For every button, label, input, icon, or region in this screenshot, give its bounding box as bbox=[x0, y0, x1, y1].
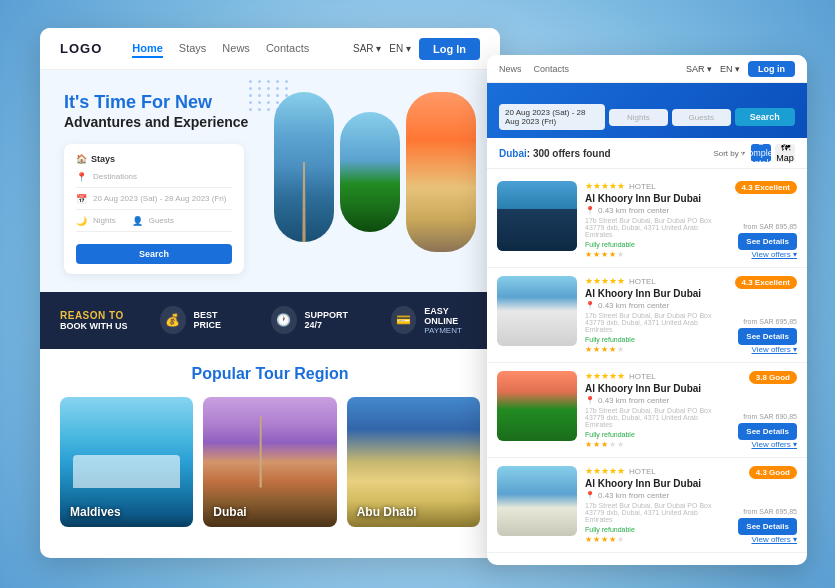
search-button[interactable]: Search bbox=[76, 244, 232, 264]
reason-items: 💰 BEST PRICE 🕐 SUPPORT 24/7 💳 EASY ONLIN… bbox=[160, 306, 480, 335]
login-button[interactable]: Log In bbox=[419, 38, 480, 60]
city-highlight: Dubai bbox=[499, 148, 527, 159]
hotel-card-3[interactable]: ★★★★★ HOTEL Al Khoory Inn Bur Dubai 📍 0.… bbox=[487, 363, 807, 458]
hotel-card-2[interactable]: ★★★★★ HOTEL Al Khoory Inn Bur Dubai 📍 0.… bbox=[487, 268, 807, 363]
complete-hotels-view-btn[interactable]: ≡ Complete hotels bbox=[751, 144, 771, 162]
guests-placeholder: Guests bbox=[149, 216, 174, 225]
hotel-img-bg-3 bbox=[497, 371, 577, 441]
nav-item-news[interactable]: News bbox=[222, 40, 250, 58]
see-details-btn-1[interactable]: See Details bbox=[738, 233, 797, 250]
hotel-refund-4: Fully refundable bbox=[585, 526, 714, 533]
hotel-card-4[interactable]: ★★★★★ HOTEL Al Khoory Inn Bur Dubai 📍 0.… bbox=[487, 458, 807, 553]
view-offers-link-4[interactable]: View offers ▾ bbox=[738, 535, 797, 544]
results-count-bar: Dubai: 300 offers found Sort by ▾ ≡ Comp… bbox=[487, 138, 807, 169]
results-search-button[interactable]: Search bbox=[735, 108, 795, 126]
price-icon: 💰 bbox=[160, 306, 186, 334]
hotel-rating-stars-1: ★★★★★ bbox=[585, 250, 714, 259]
popular-suffix: Tour Region bbox=[251, 365, 348, 382]
view-offers-link-1[interactable]: View offers ▾ bbox=[738, 250, 797, 259]
hotel-image-3 bbox=[497, 371, 577, 441]
hotel-price-info-2: from SAR 695,85 See Details View offers … bbox=[738, 318, 797, 354]
hotel-distance-3: 📍 0.43 km from center bbox=[585, 396, 714, 405]
hotel-card-1[interactable]: ★★★★★ HOTEL Al Khoory Inn Bur Dubai 📍 0.… bbox=[487, 173, 807, 268]
hotel-image-4 bbox=[497, 466, 577, 536]
top-nav-right: SAR ▾ EN ▾ Log in bbox=[686, 61, 795, 77]
hotel-name-2: Al Khoory Inn Bur Dubai bbox=[585, 288, 714, 299]
tour-card-maldives[interactable]: Maldives bbox=[60, 397, 193, 527]
nav-item-stays[interactable]: Stays bbox=[179, 40, 207, 58]
tour-card-dubai[interactable]: Dubai bbox=[203, 397, 336, 527]
hotel-rating-stars-2: ★★★★★ bbox=[585, 345, 714, 354]
results-nav-contacts[interactable]: Contacts bbox=[534, 64, 570, 74]
hotel-image-1 bbox=[497, 181, 577, 251]
results-date-input[interactable]: 20 Aug 2023 (Sat) - 28 Aug 2023 (Fri) bbox=[499, 104, 605, 130]
reason-price-text: BEST PRICE bbox=[194, 310, 243, 330]
hotel-stars-3: ★★★★★ bbox=[585, 371, 625, 381]
results-search-header: 20 Aug 2023 (Sat) - 28 Aug 2023 (Fri) Ni… bbox=[487, 83, 807, 138]
currency-selector[interactable]: SAR ▾ bbox=[353, 43, 381, 54]
results-count: Dubai: 300 offers found bbox=[499, 148, 611, 159]
hotel-address-3: 17b Street Bur Dubai, Bur Dubai PO Box 4… bbox=[585, 407, 714, 428]
search-box: 🏠 Stays 📍 Destinations 📅 20 Aug 2023 (Sa… bbox=[64, 144, 244, 274]
hotel-rating-stars-3: ★★★★★ bbox=[585, 440, 714, 449]
reason-item-support: 🕐 SUPPORT 24/7 bbox=[271, 306, 363, 335]
hotel-address-2: 17b Street Bur Dubai, Bur Dubai PO Box 4… bbox=[585, 312, 714, 333]
search-box-title: 🏠 Stays bbox=[76, 154, 232, 164]
see-details-btn-2[interactable]: See Details bbox=[738, 328, 797, 345]
nav-item-contacts[interactable]: Contacts bbox=[266, 40, 309, 58]
hotel-distance-2: 📍 0.43 km from center bbox=[585, 301, 714, 310]
hotel-name-4: Al Khoory Inn Bur Dubai bbox=[585, 478, 714, 489]
calendar-icon: 📅 bbox=[76, 194, 87, 204]
language-selector[interactable]: EN ▾ bbox=[389, 43, 411, 54]
results-language[interactable]: EN ▾ bbox=[720, 64, 740, 74]
moon-icon: 🌙 bbox=[76, 216, 87, 226]
hotel-distance-1: 📍 0.43 km from center bbox=[585, 206, 714, 215]
see-details-btn-3[interactable]: See Details bbox=[738, 423, 797, 440]
hero-section: It's Time For New Advantures and Experie… bbox=[40, 70, 500, 292]
tour-card-abudhabi[interactable]: Abu Dhabi bbox=[347, 397, 480, 527]
destination-field[interactable]: 📍 Destinations bbox=[76, 172, 232, 188]
hotel-list: ★★★★★ HOTEL Al Khoory Inn Bur Dubai 📍 0.… bbox=[487, 169, 807, 565]
map-view-btn[interactable]: 🗺 Map bbox=[775, 144, 795, 162]
best-price-label: BEST PRICE bbox=[194, 310, 243, 330]
hotel-price-col-4: 4.3 Good from SAR 695,85 See Details Vie… bbox=[722, 466, 797, 544]
hotel-type-2: HOTEL bbox=[629, 277, 656, 286]
dubai-hero-bg bbox=[274, 92, 334, 242]
sort-bar: Sort by ▾ ≡ Complete hotels 🗺 Map bbox=[713, 144, 795, 162]
results-nights-input[interactable]: Nights bbox=[609, 109, 668, 126]
hotel-info-2: ★★★★★ HOTEL Al Khoory Inn Bur Dubai 📍 0.… bbox=[585, 276, 714, 354]
hotel-type-3: HOTEL bbox=[629, 372, 656, 381]
pin-icon-2: 📍 bbox=[585, 301, 595, 310]
date-field[interactable]: 📅 20 Aug 2023 (Sat) - 28 Aug 2023 (Fri) bbox=[76, 194, 232, 210]
hero-image-mosque bbox=[406, 92, 476, 252]
hotel-info-1: ★★★★★ HOTEL Al Khoory Inn Bur Dubai 📍 0.… bbox=[585, 181, 714, 259]
reason-label: REASON To bbox=[60, 310, 160, 321]
tropical-bg bbox=[340, 112, 400, 232]
view-offers-link-3[interactable]: View offers ▾ bbox=[738, 440, 797, 449]
reason-payment-text: EASY ONLINE PAYMENT bbox=[424, 306, 480, 335]
mosque-bg bbox=[406, 92, 476, 252]
hotel-image-2 bbox=[497, 276, 577, 346]
guests-field[interactable]: 🌙 Nights 👤 Guests bbox=[76, 216, 232, 232]
hero-image-tropical bbox=[340, 112, 400, 232]
hotel-stars-2: ★★★★★ bbox=[585, 276, 625, 286]
main-nav: Home Stays News Contacts bbox=[132, 40, 353, 58]
results-nav-news[interactable]: News bbox=[499, 64, 522, 74]
hotel-price-col-2: 4.3 Excellent from SAR 695,85 See Detail… bbox=[722, 276, 797, 354]
tour-cards: Maldives Dubai Abu Dhabi bbox=[60, 397, 480, 527]
see-details-btn-4[interactable]: See Details bbox=[738, 518, 797, 535]
results-login-button[interactable]: Log in bbox=[748, 61, 795, 77]
sort-label[interactable]: Sort by ▾ bbox=[713, 149, 745, 158]
nav-item-home[interactable]: Home bbox=[132, 40, 163, 58]
reason-sub: BOOK WITH US bbox=[60, 321, 160, 331]
hero-left: It's Time For New Advantures and Experie… bbox=[64, 92, 258, 274]
hotel-badge-3: 3.8 Good bbox=[749, 371, 797, 384]
results-currency[interactable]: SAR ▾ bbox=[686, 64, 712, 74]
popular-highlight: Popular bbox=[191, 365, 251, 382]
reason-support-text: SUPPORT 24/7 bbox=[305, 310, 363, 330]
results-top-nav: News Contacts SAR ▾ EN ▾ Log in bbox=[487, 55, 807, 83]
pin-icon-3: 📍 bbox=[585, 396, 595, 405]
view-offers-link-2[interactable]: View offers ▾ bbox=[738, 345, 797, 354]
results-guests-input[interactable]: Guests bbox=[672, 109, 731, 126]
hotel-price-from-4: from SAR 695,85 bbox=[738, 508, 797, 515]
